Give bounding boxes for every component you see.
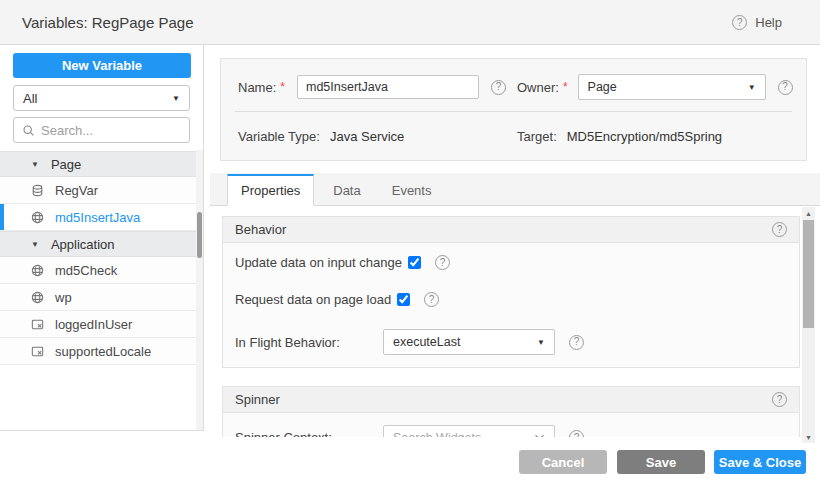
model-variable-icon (30, 317, 45, 332)
search-input[interactable] (41, 123, 181, 138)
update-data-on-input-change-label: Update data on input change (235, 255, 402, 270)
tree-item-md5check[interactable]: md5Check (0, 257, 203, 284)
tree-item-label: RegVar (55, 183, 98, 198)
spinner-section-title: Spinner (235, 392, 280, 407)
update-data-help-icon[interactable]: ? (435, 255, 450, 270)
tab-bar: Properties Data Events (210, 173, 820, 206)
variable-type-label: Variable Type: (238, 129, 320, 144)
content-scrollbar-thumb[interactable] (803, 220, 814, 328)
new-variable-button[interactable]: New Variable (13, 53, 191, 78)
tree-group-application[interactable]: ▼ Application (0, 231, 203, 257)
caret-down-icon: ▼ (31, 240, 39, 249)
in-flight-behavior-select[interactable]: executeLast ▼ (383, 329, 555, 355)
service-variable-icon (30, 183, 45, 198)
chevron-down-icon (534, 434, 545, 437)
tree-item-loggedinuser[interactable]: loggedInUser (0, 311, 203, 338)
spinner-section: Spinner ? Spinner Context: Search Widget… (222, 386, 800, 437)
tree-group-page[interactable]: ▼ Page (0, 151, 203, 177)
chevron-down-icon: ▼ (537, 338, 545, 347)
target-value: MD5Encryption/md5Spring (567, 129, 722, 144)
java-service-variable-icon (30, 290, 45, 305)
variable-filter-select[interactable]: All ▼ (13, 85, 190, 111)
page-title: Variables: RegPage Page (22, 14, 194, 31)
request-data-help-icon[interactable]: ? (424, 292, 439, 307)
scroll-up-arrow-icon[interactable]: ▲ (802, 207, 815, 219)
required-marker: * (280, 80, 285, 94)
tree-item-label: md5Check (55, 263, 117, 278)
spinner-context-help-icon[interactable]: ? (569, 430, 584, 437)
chevron-down-icon: ▼ (748, 83, 756, 92)
request-data-on-page-load-checkbox[interactable] (397, 293, 410, 306)
tree-item-wp[interactable]: wp (0, 284, 203, 311)
help-link[interactable]: ? Help (732, 0, 782, 45)
update-data-on-input-change-checkbox[interactable] (408, 256, 421, 269)
in-flight-behavior-value: executeLast (393, 335, 460, 349)
variable-info-box: Name: * ? Owner: * Page ▼ ? (220, 58, 807, 161)
java-service-variable-icon (30, 263, 45, 278)
caret-down-icon: ▼ (31, 160, 39, 169)
variables-dialog: Variables: RegPage Page ? Help New Varia… (0, 0, 820, 487)
required-marker: * (563, 80, 568, 94)
variable-sidebar: New Variable All ▼ ▼ Page RegVar md5Inse… (0, 45, 204, 431)
tree-group-label: Application (51, 237, 115, 252)
tree-item-regvar[interactable]: RegVar (0, 177, 203, 204)
owner-select[interactable]: Page ▼ (578, 74, 766, 100)
tab-properties[interactable]: Properties (227, 174, 314, 206)
save-and-close-button[interactable]: Save & Close (714, 450, 806, 474)
owner-selected-value: Page (588, 80, 617, 94)
tab-data[interactable]: Data (321, 174, 372, 206)
spinner-context-search-select[interactable]: Search Widgets (383, 425, 555, 437)
help-icon: ? (732, 15, 747, 30)
tree-item-label: loggedInUser (55, 317, 132, 332)
request-data-on-page-load-label: Request data on page load (235, 292, 391, 307)
spinner-help-icon[interactable]: ? (772, 392, 787, 407)
title-bar: Variables: RegPage Page ? Help (0, 0, 820, 45)
tree-item-label: supportedLocale (55, 344, 151, 359)
model-variable-icon (30, 344, 45, 359)
behavior-section-title: Behavior (235, 222, 286, 237)
save-button[interactable]: Save (617, 450, 705, 474)
variable-editor-panel: Name: * ? Owner: * Page ▼ ? (210, 45, 820, 487)
variable-tree: ▼ Page RegVar md5InsertJava ▼ Applicatio… (0, 151, 203, 365)
variable-type-value: Java Service (330, 129, 404, 144)
sidebar-scrollbar[interactable] (196, 150, 203, 430)
spinner-context-placeholder: Search Widgets (393, 431, 481, 438)
properties-tab-content: Behavior ? Update data on input change ?… (210, 206, 810, 437)
owner-label: Owner: (517, 80, 559, 95)
in-flight-behavior-help-icon[interactable]: ? (569, 335, 584, 350)
java-service-variable-icon (30, 210, 45, 225)
target-label: Target: (517, 129, 557, 144)
cancel-button[interactable]: Cancel (519, 450, 607, 474)
tree-item-supportedlocale[interactable]: supportedLocale (0, 338, 203, 365)
help-label: Help (755, 15, 782, 30)
scroll-down-arrow-icon[interactable]: ▼ (802, 431, 815, 443)
name-help-icon[interactable]: ? (491, 80, 506, 95)
variable-search[interactable] (13, 117, 190, 143)
behavior-section: Behavior ? Update data on input change ?… (222, 216, 800, 368)
name-label: Name: (238, 80, 276, 95)
behavior-help-icon[interactable]: ? (772, 222, 787, 237)
search-icon (22, 124, 35, 137)
spinner-context-label: Spinner Context: (235, 430, 383, 437)
tab-events[interactable]: Events (380, 174, 444, 206)
sidebar-scrollbar-thumb[interactable] (197, 212, 202, 258)
filter-selected-value: All (23, 91, 37, 106)
owner-help-icon[interactable]: ? (778, 80, 793, 95)
name-field[interactable] (297, 75, 479, 99)
tree-item-label: md5InsertJava (55, 210, 140, 225)
in-flight-behavior-label: In Flight Behavior: (235, 335, 383, 350)
chevron-down-icon: ▼ (172, 94, 180, 103)
tree-item-md5insertjava[interactable]: md5InsertJava (0, 204, 203, 231)
tree-group-label: Page (51, 157, 81, 172)
content-scrollbar[interactable]: ▲ ▼ (802, 207, 815, 443)
tree-item-label: wp (55, 290, 72, 305)
